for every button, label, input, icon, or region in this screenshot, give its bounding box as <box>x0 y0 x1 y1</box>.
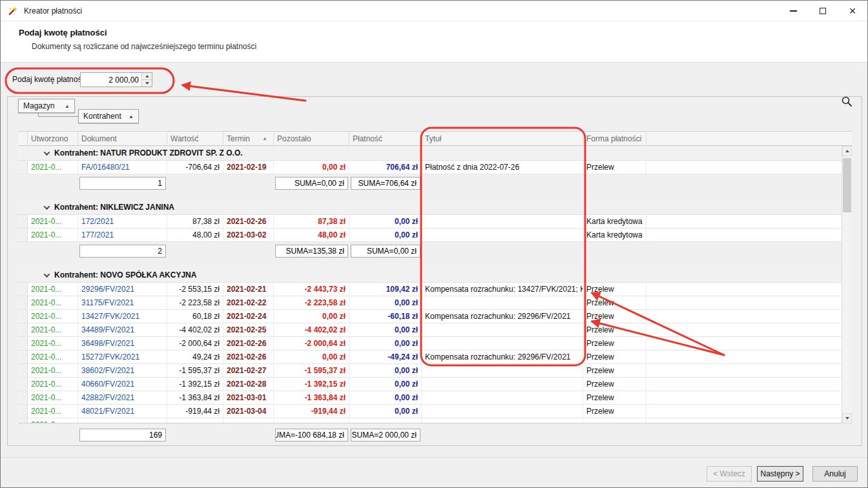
scrollbar-thumb[interactable] <box>843 158 851 212</box>
cell-wartosc: -706,64 zł <box>167 161 223 174</box>
group-header-row[interactable]: Kontrahent: NATUR PRODUKT ZDROVIT SP. Z … <box>18 146 842 161</box>
groupby-magazyn-button[interactable]: Magazyn ▲ <box>18 99 75 113</box>
table-row[interactable]: 2021-0...FA/016480/21-706,64 zł2021-02-1… <box>18 161 842 174</box>
cell-dokument: 177/2021 <box>78 229 167 242</box>
table-row[interactable]: 2021-0...172/202187,38 zł2021-02-2687,38… <box>18 215 842 229</box>
chevron-down-icon[interactable] <box>44 271 50 278</box>
table-row[interactable]: 2021-0...48021/FV/2021-919,44 zł2021-03-… <box>18 405 842 418</box>
row-filler <box>646 296 842 310</box>
scroll-down-button[interactable] <box>842 413 852 423</box>
amount-spinner <box>141 73 152 86</box>
group-header-row[interactable]: Kontrahent: NIKLEWICZ JANINA <box>18 200 842 215</box>
next-button[interactable]: Następny > <box>757 466 803 482</box>
group-header-row[interactable]: Kontrahent: NOVO SPÓŁKA AKCYJNA <box>18 268 842 283</box>
chevron-down-icon[interactable] <box>44 203 50 210</box>
cell-termin: 2021-02-26 <box>223 337 274 351</box>
column-header-label: Tytuł <box>425 134 441 143</box>
spinner-up-button[interactable] <box>142 73 152 79</box>
table-row[interactable]: 2021-0...15272/FVK/202149,24 zł2021-02-2… <box>18 351 842 364</box>
summary-wartosc-cell <box>167 242 223 259</box>
scroll-down-icon <box>845 417 849 420</box>
maximize-button[interactable] <box>808 1 838 21</box>
groupby-kontrahent-button[interactable]: Kontrahent ▲ <box>78 109 139 123</box>
row-indicator <box>18 337 28 351</box>
sort-ascending-icon: ▲ <box>129 114 134 119</box>
table-row[interactable]: 2021-0...42882/FV/2021-1 363,84 zł2021-0… <box>18 391 842 405</box>
cell-forma: Karta kredytowa <box>583 229 646 242</box>
column-header-dokument[interactable]: Dokument <box>78 132 167 145</box>
vertical-scrollbar[interactable] <box>842 146 852 423</box>
cell-forma: Przelew <box>583 296 646 310</box>
table-row[interactable]: 2021-0...36498/FV/2021-2 000,64 zł2021-0… <box>18 337 842 351</box>
spinner-down-button[interactable] <box>142 79 152 86</box>
summary-wartosc-cell <box>167 174 223 192</box>
cell-termin: 2021-02-26 <box>223 351 274 364</box>
table-row[interactable]: 2021-0... <box>18 418 842 423</box>
row-indicator <box>18 296 28 310</box>
cell-tytul <box>422 323 583 337</box>
column-header-pozostalo[interactable]: Pozostało <box>274 132 349 145</box>
row-indicator <box>18 215 28 229</box>
cell-tytul: Płatność z dnia 2022-07-26 <box>422 161 583 174</box>
group-gap <box>18 192 842 200</box>
cell-tytul <box>422 337 583 351</box>
table-row[interactable]: 2021-0...29296/FV/2021-2 553,15 zł2021-0… <box>18 283 842 296</box>
cell-termin: 2021-03-01 <box>223 391 274 405</box>
cell-termin <box>223 418 274 423</box>
column-header-tytul[interactable]: Tytuł <box>422 132 583 145</box>
summary-pozostalo-box: SUMA=-100 684,18 zł <box>275 429 348 442</box>
amount-input[interactable] <box>81 73 141 86</box>
group-title: Kontrahent: NOVO SPÓŁKA AKCYJNA <box>54 270 196 280</box>
column-header-forma[interactable]: Forma płatności <box>583 132 646 145</box>
column-header-utworzono[interactable]: Utworzono <box>28 132 78 145</box>
column-header-wartosc[interactable]: Wartość <box>167 132 223 145</box>
cell-platnosc: 0,00 zł <box>349 405 422 418</box>
cell-utworzono: 2021-0... <box>28 391 78 405</box>
table-row[interactable]: 2021-0...40660/FV/2021-1 392,15 zł2021-0… <box>18 378 842 391</box>
cell-pozostalo: 0,00 zł <box>274 310 349 323</box>
cell-wartosc: -4 402,02 zł <box>167 323 223 337</box>
groupby-magazyn-label: Magazyn <box>23 101 55 110</box>
cell-forma: Przelew <box>583 310 646 323</box>
maximize-icon <box>820 8 826 14</box>
column-header-termin[interactable]: Termin▲ <box>223 132 274 145</box>
summary-indicator-cell <box>18 174 28 192</box>
close-icon: × <box>849 8 856 14</box>
cell-forma: Przelew <box>583 405 646 418</box>
scroll-up-button[interactable] <box>842 146 852 156</box>
table-row[interactable]: 2021-0...177/202148,00 zł2021-03-0248,00… <box>18 229 842 242</box>
minimize-button[interactable] <box>778 1 808 21</box>
table-row[interactable]: 2021-0...38602/FV/2021-1 595,37 zł2021-0… <box>18 364 842 378</box>
cell-platnosc: 0,00 zł <box>349 337 422 351</box>
cell-termin: 2021-02-25 <box>223 323 274 337</box>
row-filler <box>646 378 842 391</box>
cell-platnosc: 0,00 zł <box>349 378 422 391</box>
summary-utworzono-cell <box>28 174 78 192</box>
column-header-platnosc[interactable]: Płatność <box>349 132 422 145</box>
cell-platnosc: 0,00 zł <box>349 229 422 242</box>
minimize-icon <box>790 10 797 12</box>
chevron-down-icon[interactable] <box>44 149 50 156</box>
search-button[interactable] <box>839 94 854 109</box>
summary-count-cell: 1 <box>78 174 167 192</box>
cell-termin: 2021-02-28 <box>223 378 274 391</box>
close-button[interactable]: × <box>838 1 867 21</box>
cell-platnosc: 0,00 zł <box>349 215 422 229</box>
row-indicator <box>18 391 28 405</box>
spinner-down-icon <box>145 82 149 85</box>
wizard-wand-icon <box>8 6 18 16</box>
summary-filler-cell <box>646 242 842 259</box>
row-indicator <box>18 418 28 423</box>
cell-tytul <box>422 418 583 423</box>
cell-platnosc: 109,42 zł <box>349 283 422 296</box>
table-row[interactable]: 2021-0...31175/FV/2021-2 223,58 zł2021-0… <box>18 296 842 310</box>
summary-platnosc-cell: SUMA=0,00 zł <box>349 242 422 259</box>
back-button[interactable]: < Wstecz <box>707 466 752 482</box>
row-filler <box>646 310 842 323</box>
summary-termin-cell <box>223 427 274 443</box>
table-row[interactable]: 2021-0...34489/FV/2021-4 402,02 zł2021-0… <box>18 323 842 337</box>
table-row[interactable]: 2021-0...13427/FVK/202160,18 zł2021-02-2… <box>18 310 842 323</box>
cell-dokument: 36498/FV/2021 <box>78 337 167 351</box>
sort-ascending-icon: ▲ <box>65 103 70 109</box>
cancel-button[interactable]: Anuluj <box>812 466 858 482</box>
